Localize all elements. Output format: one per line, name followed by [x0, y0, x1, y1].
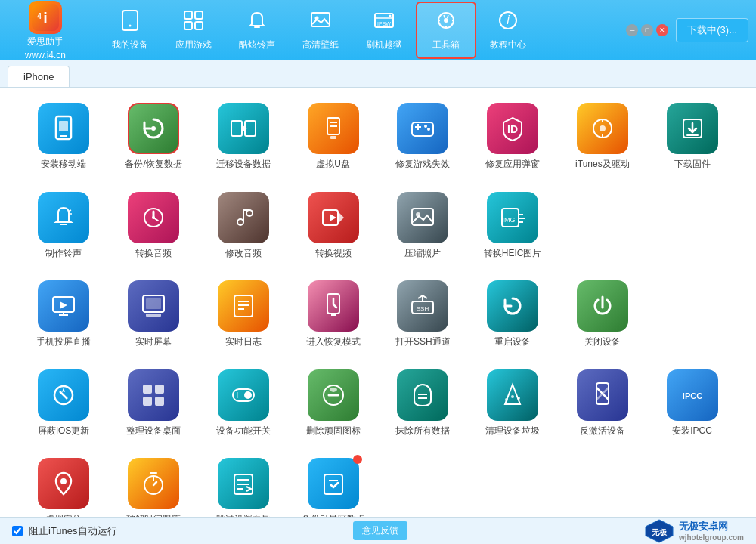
- tool-item-backup-restore[interactable]: 备份/恢复数据: [113, 103, 195, 171]
- svg-rect-32: [330, 136, 336, 139]
- svg-point-111: [60, 478, 67, 484]
- nav-label-toolbox: 工具箱: [432, 39, 460, 51]
- tool-item-fake-location[interactable]: 虚拟定位: [23, 458, 105, 517]
- svg-rect-91: [143, 385, 152, 394]
- tool-icon-convert-video: [308, 192, 359, 243]
- feedback-button[interactable]: 意见反馈: [353, 521, 407, 540]
- tool-item-skip-setup[interactable]: 跳过设置向导: [203, 458, 285, 517]
- tool-label-deactivate: 反激活设备: [580, 425, 625, 437]
- tool-item-convert-heic[interactable]: IMG 转换HEIC图片: [472, 192, 554, 260]
- svg-rect-7: [184, 22, 192, 29]
- tool-item-open-ssh[interactable]: SSH 打开SSH通道: [382, 280, 464, 348]
- tool-item-empty1: [562, 192, 644, 260]
- tool-item-organize-desktop[interactable]: 整理设备桌面: [113, 369, 195, 437]
- tool-item-backup-guide[interactable]: 备份引导区数据: [292, 458, 374, 517]
- download-button[interactable]: 下载中(3)...: [676, 18, 748, 42]
- tool-item-recovery-mode[interactable]: 进入恢复模式: [292, 280, 374, 348]
- tool-item-break-timelimit[interactable]: 破解时间限额: [113, 458, 195, 517]
- svg-text:4: 4: [37, 12, 42, 20]
- tool-item-real-log[interactable]: 实时日志: [203, 280, 285, 348]
- tool-item-deactivate[interactable]: 反激活设备: [562, 369, 644, 437]
- svg-point-27: [151, 126, 156, 131]
- tool-item-install-ipcc[interactable]: IPCC 安装IPCC: [651, 369, 733, 437]
- tool-item-install-mobile[interactable]: 安装移动端: [23, 103, 105, 171]
- nav-icon-jailbreak: IPSW: [373, 9, 395, 37]
- nav-label-ringtone: 酷炫铃声: [239, 39, 275, 51]
- tool-icon-convert-heic: IMG: [487, 192, 538, 243]
- tool-item-fix-app[interactable]: ID 修复应用弹窗: [472, 103, 554, 171]
- tool-item-download-firmware[interactable]: 下载固件: [651, 103, 733, 171]
- tool-item-erase-data[interactable]: 抹除所有数据: [382, 369, 464, 437]
- tool-item-itunes-driver[interactable]: iTunes及驱动: [562, 103, 644, 171]
- svg-rect-10: [311, 13, 330, 26]
- svg-point-14: [389, 15, 392, 17]
- footer: 阻止iTunes自动运行 意见反馈 无极 无极安卓网 wjhotelgroup.…: [0, 517, 756, 544]
- tool-label-organize-desktop: 整理设备桌面: [126, 425, 181, 437]
- tool-icon-backup-guide: [308, 458, 359, 509]
- svg-text:i: i: [43, 10, 48, 26]
- svg-rect-37: [417, 124, 419, 130]
- svg-marker-105: [505, 385, 520, 404]
- footer-left: 阻止iTunes自动运行: [12, 524, 117, 538]
- minimize-button[interactable]: ─: [626, 24, 638, 36]
- tool-item-convert-video[interactable]: 转换视频: [292, 192, 374, 260]
- itunes-checkbox[interactable]: [12, 526, 23, 536]
- close-button[interactable]: ✕: [656, 24, 668, 36]
- tool-icon-convert-audio: [128, 192, 179, 243]
- nav-item-ringtone[interactable]: 酷炫铃声: [225, 3, 289, 57]
- tool-label-virtual-usb: 虚拟U盘: [316, 159, 350, 171]
- nav-item-app-game[interactable]: 应用游戏: [162, 3, 225, 57]
- nav-item-my-device[interactable]: 我的设备: [98, 3, 162, 57]
- tool-item-real-screen[interactable]: 实时屏幕: [113, 280, 195, 348]
- tool-item-migrate-data[interactable]: 迁移设备数据: [203, 103, 285, 171]
- tool-item-make-ringtone[interactable]: 制作铃声: [23, 192, 105, 260]
- tool-icon-real-log: [218, 280, 269, 332]
- tool-label-real-log: 实时日志: [225, 336, 262, 348]
- svg-line-114: [153, 482, 156, 485]
- svg-line-90: [60, 391, 67, 399]
- tool-item-edit-audio[interactable]: 修改音频: [203, 192, 285, 260]
- svg-text:ID: ID: [507, 123, 518, 135]
- svg-marker-61: [339, 213, 344, 222]
- nav-item-tutorial[interactable]: i教程中心: [476, 3, 540, 57]
- tool-item-compress-photo[interactable]: 压缩照片: [382, 192, 464, 260]
- tool-icon-real-screen: [128, 280, 179, 332]
- tool-item-empty3: [651, 280, 733, 348]
- nav-item-wallpaper[interactable]: 高清壁纸: [289, 3, 352, 57]
- tool-item-restart-device[interactable]: 重启设备: [472, 280, 554, 348]
- tool-label-fix-app: 修复应用弹窗: [485, 159, 540, 171]
- restore-button[interactable]: □: [641, 24, 653, 36]
- tool-item-convert-audio[interactable]: 转换音频: [113, 192, 195, 260]
- tool-label-device-switch: 设备功能开关: [216, 425, 271, 437]
- svg-point-42: [600, 125, 606, 131]
- tool-item-fix-game[interactable]: 修复游戏失效: [382, 103, 464, 171]
- tool-label-download-firmware: 下载固件: [674, 159, 711, 171]
- tool-icon-skip-setup: [218, 458, 269, 509]
- app-logo-icon: i 4: [29, 1, 62, 34]
- tool-item-delete-icon[interactable]: 删除顽固图标: [292, 369, 374, 437]
- tool-icon-virtual-usb: [308, 103, 359, 154]
- tool-icon-install-ipcc: IPCC: [667, 369, 718, 421]
- iphone-tab[interactable]: iPhone: [8, 66, 70, 87]
- tool-label-recovery-mode: 进入恢复模式: [306, 336, 361, 348]
- svg-text:IMG: IMG: [503, 216, 516, 224]
- tool-icon-itunes-driver: [577, 103, 628, 154]
- nav-item-toolbox[interactable]: 工具箱: [416, 2, 476, 59]
- tool-item-virtual-usb[interactable]: 虚拟U盘: [292, 103, 374, 171]
- tool-label-block-ios-update: 屏蔽iOS更新: [38, 425, 89, 437]
- tool-item-block-ios-update[interactable]: 屏蔽iOS更新: [23, 369, 105, 437]
- tool-icon-organize-desktop: [128, 369, 179, 421]
- watermark-url: wjhotelgroup.com: [679, 533, 744, 542]
- svg-point-96: [244, 391, 252, 399]
- tool-item-clean-trash[interactable]: 清理设备垃圾: [472, 369, 554, 437]
- svg-rect-92: [155, 385, 164, 394]
- tool-item-shutdown[interactable]: 关闭设备: [562, 280, 644, 348]
- tool-icon-edit-audio: [218, 192, 269, 243]
- nav-item-jailbreak[interactable]: IPSW刷机越狱: [352, 3, 416, 57]
- tool-icon-make-ringtone: [38, 192, 89, 243]
- svg-point-54: [152, 216, 155, 219]
- tool-item-device-switch[interactable]: 设备功能开关: [203, 369, 285, 437]
- footer-watermark: 无极 无极安卓网 wjhotelgroup.com: [644, 518, 744, 544]
- svg-point-4: [129, 25, 132, 27]
- tool-item-screen-cast[interactable]: 手机投屏直播: [23, 280, 105, 348]
